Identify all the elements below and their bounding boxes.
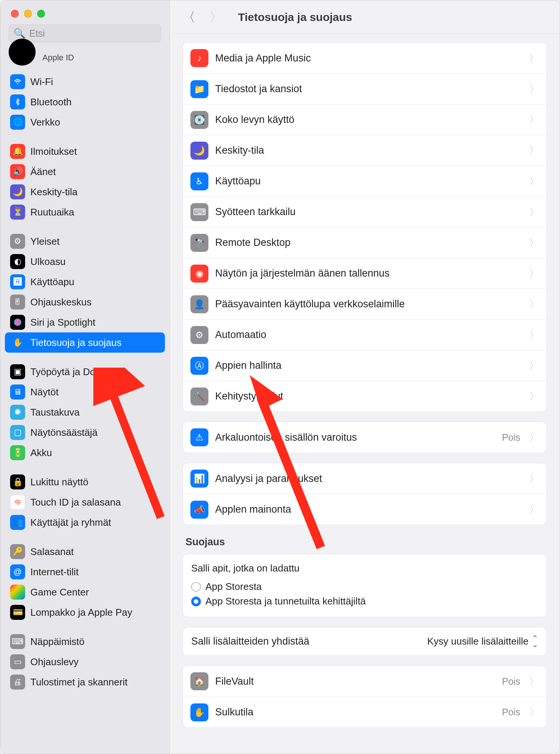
row-label: FileVault (215, 676, 495, 687)
sidebar-item-sound[interactable]: 🔊 Äänet (5, 162, 165, 182)
accessibility-icon: 🅰︎ (10, 274, 25, 289)
nav-forward-button[interactable]: 〉 (207, 9, 225, 26)
window-minimize-button[interactable] (24, 10, 32, 18)
row-sensitive-content-warning[interactable]: ⚠︎ Arkaluontoisen sisällön varoitus Pois… (183, 422, 547, 453)
sidebar-item-displays[interactable]: 🖥︎ Näytöt (5, 382, 165, 402)
radio-label: App Storesta (205, 581, 262, 592)
sidebar-item-network[interactable]: 🌐 Verkko (5, 112, 165, 132)
wallpaper-icon: ✺ (10, 405, 25, 420)
row-developer-tools[interactable]: 🔨 Kehitystyökalut 〉 (183, 381, 547, 411)
sidebar-item-wallpaper[interactable]: ✺ Taustakuva (5, 402, 165, 422)
chevron-right-icon: 〉 (529, 390, 539, 403)
sidebar-item-lockscreen[interactable]: 🔒 Lukittu näyttö (5, 472, 165, 492)
row-input-monitoring[interactable]: ⌨︎ Syötteen tarkkailu 〉 (183, 196, 547, 227)
row-full-disk-access[interactable]: 💽 Koko levyn käyttö 〉 (183, 104, 547, 135)
row-automation[interactable]: ⚙︎ Automaatio 〉 (183, 319, 547, 350)
gears-icon: ⚙︎ (190, 326, 208, 344)
avatar (9, 39, 36, 66)
row-label: Media ja Apple Music (215, 52, 523, 64)
sidebar-item-battery[interactable]: 🔋 Akku (5, 443, 165, 463)
sidebar-item-label: Verkko (30, 117, 60, 128)
row-focus[interactable]: 🌙 Keskity-tila 〉 (183, 135, 547, 166)
row-allow-accessories[interactable]: Salli lisälaitteiden yhdistää Kysy uusil… (183, 627, 547, 655)
hammer-icon: 🔨 (190, 387, 208, 405)
sidebar-item-control-center[interactable]: 🎚︎ Ohjauskeskus (5, 292, 165, 312)
search-field[interactable]: 🔍 (9, 24, 161, 42)
search-icon: 🔍 (13, 28, 25, 39)
sidebar-item-wallet-applepay[interactable]: 💳 Lompakko ja Apple Pay (5, 602, 165, 622)
page-title: Tietosuoja ja suojaus (238, 11, 352, 24)
sidebar-item-bluetooth[interactable]: Bluetooth (5, 92, 165, 112)
row-remote-desktop[interactable]: 🔭 Remote Desktop 〉 (183, 227, 547, 258)
sidebar-item-label: Ohjauskeskus (30, 296, 91, 308)
sidebar-item-touchid[interactable]: Touch ID ja salasana (5, 492, 165, 512)
sidebar-item-trackpad[interactable]: ▭ Ohjauslevy (5, 652, 165, 672)
sidebar-item-printers-scanners[interactable]: 🖨︎ Tulostimet ja skannerit (5, 672, 165, 692)
row-screen-recording[interactable]: ◉ Näytön ja järjestelmän äänen tallennus… (183, 258, 547, 289)
search-input[interactable] (29, 28, 156, 39)
sidebar-item-label: Ruutuaika (30, 206, 74, 218)
sidebar-item-desktop-dock[interactable]: ▣ Työpöytä ja Dock (5, 362, 165, 382)
nav-back-button[interactable]: 〈 (180, 9, 198, 26)
sidebar-item-notifications[interactable]: 🔔 Ilmoitukset (5, 141, 165, 162)
sidebar-item-screentime[interactable]: ⏳ Ruutuaika (5, 202, 165, 222)
radio-app-store-and-devs[interactable]: App Storesta ja tunnetuilta kehittäjiltä (191, 594, 538, 609)
sidebar-item-label: Käyttäjät ja ryhmät (30, 517, 111, 528)
sidebar-item-label: Tietosuoja ja suojaus (30, 337, 121, 349)
keyboard-icon: ⌨︎ (190, 203, 208, 221)
stepper-icon: ⌃⌄ (532, 636, 538, 647)
key-icon: 🔑 (10, 544, 25, 559)
row-analytics-improvements[interactable]: 📊 Analyysi ja parannukset 〉 (183, 463, 547, 494)
apple-id-row[interactable]: Apple ID (0, 48, 169, 72)
chevron-right-icon: 〉 (529, 431, 539, 444)
window-close-button[interactable] (11, 10, 19, 18)
display-icon: 🖥︎ (10, 384, 25, 399)
chevron-right-icon: 〉 (529, 359, 539, 372)
row-label: Syötteen tarkkailu (215, 206, 523, 218)
sidebar-item-wifi[interactable]: Wi-Fi (5, 72, 165, 92)
sidebar-group-general: ⚙︎ Yleiset ◐ Ulkoasu 🅰︎ Käyttöapu 🎚︎ Ohj… (0, 231, 169, 353)
hand-icon: ✋ (10, 335, 25, 350)
row-label: Käyttöapu (215, 175, 523, 187)
sidebar-item-label: Siri ja Spotlight (30, 317, 95, 328)
sidebar-item-general[interactable]: ⚙︎ Yleiset (5, 231, 165, 251)
analytics-group: 📊 Analyysi ja parannukset 〉 📣 Applen mai… (183, 463, 547, 525)
sidebar-item-label: Näytöt (30, 386, 58, 398)
row-files-folders[interactable]: 📁 Tiedostot ja kansiot 〉 (183, 73, 547, 104)
sidebar-item-privacy-security[interactable]: ✋ Tietosuoja ja suojaus (5, 332, 165, 353)
row-filevault[interactable]: 🏠 FileVault Pois 〉 (183, 666, 547, 697)
privacy-permissions-group: ♪ Media ja Apple Music 〉 📁 Tiedostot ja … (183, 42, 547, 412)
sidebar-item-focus[interactable]: 🌙 Keskity-tila (5, 182, 165, 202)
sidebar-item-users-groups[interactable]: 👥 Käyttäjät ja ryhmät (5, 512, 165, 533)
sidebar-item-screensaver[interactable]: ▢ Näytönsäästäjä (5, 422, 165, 443)
filevault-icon: 🏠 (190, 672, 208, 690)
system-settings-window: 🔍 Apple ID Wi-Fi Bluetooth (0, 0, 560, 754)
sidebar-item-accessibility[interactable]: 🅰︎ Käyttöapu (5, 272, 165, 292)
row-label: Arkaluontoisen sisällön varoitus (215, 432, 495, 443)
chevron-right-icon: 〉 (529, 52, 539, 65)
sidebar-group-lock: 🔒 Lukittu näyttö Touch ID ja salasana 👥 … (0, 472, 169, 533)
sidebar-item-passwords[interactable]: 🔑 Salasanat (5, 542, 165, 562)
apple-id-label: Apple ID (42, 53, 74, 63)
select-value: Kysy uusille lisälaitteille (427, 636, 529, 647)
sidebar-item-keyboard[interactable]: ⌨︎ Näppäimistö (5, 631, 165, 652)
row-accessibility[interactable]: ♿︎ Käyttöapu 〉 (183, 166, 547, 196)
row-app-management[interactable]: Ⓐ Appien hallinta 〉 (183, 350, 547, 381)
window-zoom-button[interactable] (37, 10, 45, 18)
sidebar-item-appearance[interactable]: ◐ Ulkoasu (5, 251, 165, 272)
sidebar-item-label: Lukittu näyttö (30, 476, 88, 488)
row-value: Pois (502, 676, 520, 687)
warning-icon: ⚠︎ (190, 428, 208, 446)
content-scroll[interactable]: ♪ Media ja Apple Music 〉 📁 Tiedostot ja … (170, 34, 560, 754)
sidebar-item-siri-spotlight[interactable]: Siri ja Spotlight (5, 312, 165, 332)
radio-icon (191, 582, 201, 592)
row-lockdown-mode[interactable]: ✋ Sulkutila Pois 〉 (183, 697, 547, 727)
radio-app-store[interactable]: App Storesta (191, 579, 538, 594)
sidebar-item-internet-accounts[interactable]: @ Internet-tilit (5, 562, 165, 582)
sidebar-item-label: Näppäimistö (30, 636, 85, 648)
row-apple-advertising[interactable]: 📣 Applen mainonta 〉 (183, 494, 547, 525)
row-passkeys-web[interactable]: 👤 Pääsyavainten käyttölupa verkkoselaimi… (183, 289, 547, 319)
at-icon: @ (10, 564, 25, 579)
sidebar-item-gamecenter[interactable]: Game Center (5, 582, 165, 602)
row-media-apple-music[interactable]: ♪ Media ja Apple Music 〉 (183, 43, 547, 73)
